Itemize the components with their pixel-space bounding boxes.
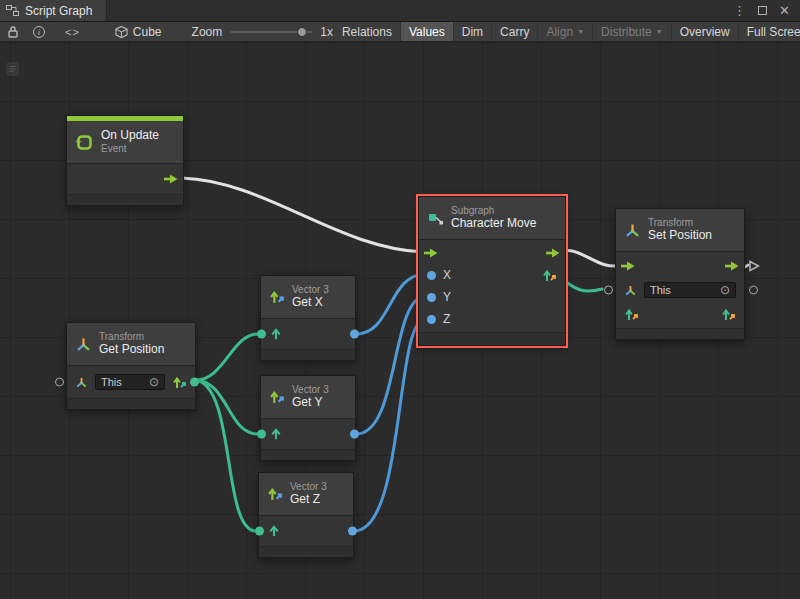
tab-title: Script Graph [25,4,92,18]
node-footer [616,329,744,339]
position-output-port[interactable] [190,378,199,387]
this-input-port[interactable] [604,286,613,295]
transform-icon [624,222,641,239]
value-output-port[interactable] [350,330,359,339]
graph-target-label[interactable]: Cube [133,25,162,39]
x-input-port[interactable] [427,271,436,280]
vector3-icon [267,486,283,502]
script-graph-icon [6,5,19,16]
zoom-value: 1x [320,25,333,39]
inspector-toggle-icon[interactable] [6,62,19,76]
node-title: Set Position [648,229,712,243]
overview-button[interactable]: Overview [671,22,738,41]
relations-button[interactable]: Relations [333,22,400,41]
window-menu-icon[interactable]: ⋮ [733,3,746,18]
flow-output-port[interactable] [163,173,179,185]
wire-flow-onupdate-to-charactermove[interactable] [182,178,424,252]
vector3-arrow-icon [267,524,281,538]
node-footer [419,333,565,345]
port-label-x: X [443,268,451,282]
chevron-down-icon: ▼ [656,28,663,35]
node-get-x[interactable]: Vector 3 Get X [260,275,356,361]
transform-icon [75,376,88,389]
wire-getposition-to-gety[interactable] [196,380,258,434]
this-field-value: This [650,284,671,296]
node-footer [261,350,355,360]
graph-toolbar: i <> Cube Zoom 1x Relations Values Dim C… [0,22,800,42]
flow-output-port[interactable] [724,260,740,272]
transform-icon [75,336,92,353]
subgraph-icon [427,210,444,227]
node-title: On Update [101,129,159,143]
object-picker-icon[interactable]: ⊙ [720,284,730,296]
event-icon [75,133,94,152]
this-field-value: This [101,376,122,388]
zoom-slider-handle[interactable] [297,27,307,37]
vector3-icon[interactable] [721,307,736,322]
lock-icon[interactable] [0,22,26,41]
value-output-stub[interactable] [749,286,758,295]
cube-icon [115,25,128,39]
wire-gety-to-charactermove-y[interactable] [356,296,426,434]
object-picker-icon[interactable]: ⊙ [149,376,159,388]
align-button[interactable]: Align▼ [537,22,592,41]
dim-button[interactable]: Dim [453,22,491,41]
vector-input-port[interactable] [255,527,264,536]
values-button[interactable]: Values [400,22,453,41]
port-label-z: Z [443,312,450,326]
vector3-output-port[interactable] [542,268,557,283]
window-close-icon[interactable]: ✕ [779,3,790,18]
value-output-port[interactable] [350,430,359,439]
vector3-icon [269,389,285,405]
flow-input-port[interactable] [423,247,439,259]
tab-script-graph[interactable]: Script Graph [0,0,107,21]
window-titlebar: Script Graph ⋮ ✕ [0,0,800,22]
vector3-icon [269,289,285,305]
this-input-port[interactable] [55,378,64,387]
node-footer [261,450,355,460]
vector3-icon [172,375,187,390]
graph-canvas[interactable]: On Update Event Subgraph Character Move [0,42,800,599]
node-get-position[interactable]: Transform Get Position This ⊙ [66,322,196,410]
node-subtitle: Event [101,143,159,155]
vector-input-port[interactable] [257,430,266,439]
full-screen-button[interactable]: Full Screen [738,22,800,41]
window-maximize-icon[interactable] [758,6,767,15]
flow-input-port[interactable] [620,260,636,272]
node-get-z[interactable]: Vector 3 Get Z [258,472,354,558]
node-title: Get Y [292,396,329,410]
carry-button[interactable]: Carry [491,22,537,41]
node-footer [67,195,183,205]
wire-getposition-to-getx[interactable] [196,334,258,380]
node-title: Get Position [99,343,164,357]
distribute-button[interactable]: Distribute▼ [592,22,671,41]
node-get-y[interactable]: Vector 3 Get Y [260,375,356,461]
code-view-icon[interactable]: <> [58,22,87,41]
node-on-update[interactable]: On Update Event [66,115,184,206]
vector3-arrow-icon [269,427,283,441]
z-input-port[interactable] [427,315,436,324]
zoom-slider[interactable] [230,31,312,33]
node-title: Get Z [290,493,327,507]
node-title: Character Move [451,217,536,231]
y-input-port[interactable] [427,293,436,302]
this-object-field[interactable]: This ⊙ [644,282,736,298]
flow-output-port[interactable] [545,247,561,259]
node-character-move[interactable]: Subgraph Character Move X [418,196,566,346]
wire-getz-to-charactermove-z[interactable] [354,318,426,531]
vector3-arrow-icon [269,327,283,341]
node-title: Get X [292,296,329,310]
this-object-field[interactable]: This ⊙ [95,374,165,390]
node-footer [259,547,353,557]
zoom-label: Zoom [192,25,223,39]
vector-input-port[interactable] [257,330,266,339]
transform-icon [624,284,637,297]
wire-flow-charactermove-to-setposition[interactable] [560,251,622,267]
vector3-icon[interactable] [624,307,639,322]
node-footer [67,399,195,409]
flow-connection-stub[interactable] [748,260,760,272]
node-set-position[interactable]: Transform Set Position [615,208,745,340]
value-output-port[interactable] [348,527,357,536]
chevron-down-icon: ▼ [577,28,584,35]
info-icon[interactable]: i [26,22,52,41]
